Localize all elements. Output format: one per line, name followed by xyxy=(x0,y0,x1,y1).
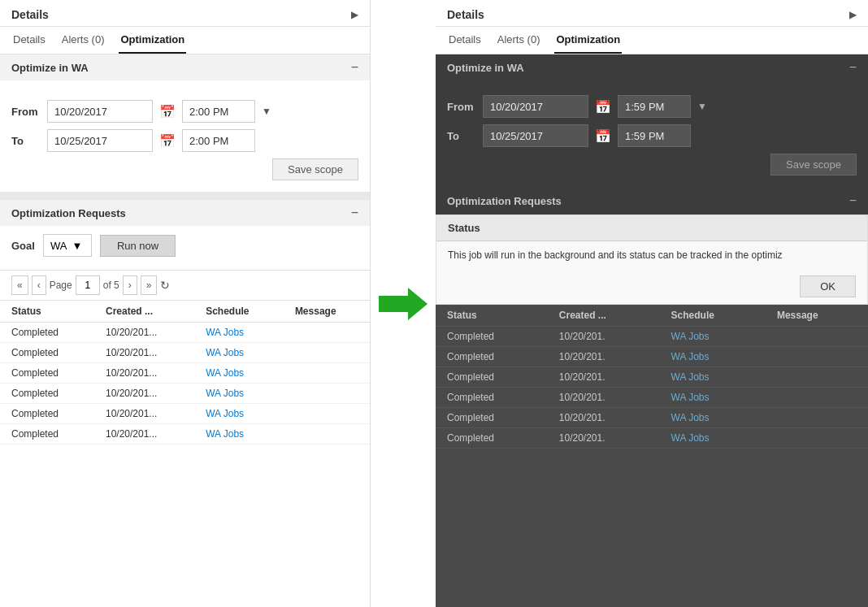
dark-cell-schedule[interactable]: WA Jobs xyxy=(660,327,766,347)
dark-cell-message xyxy=(766,367,868,388)
dark-save-scope-btn[interactable]: Save scope xyxy=(770,154,857,176)
tab-alerts-left[interactable]: Alerts (0) xyxy=(60,27,106,54)
cell-message xyxy=(284,343,370,363)
cell-schedule[interactable]: WA Jobs xyxy=(194,363,284,384)
cell-message xyxy=(284,404,370,424)
refresh-icon-left[interactable]: ↻ xyxy=(160,279,170,292)
cell-created: 10/20/201... xyxy=(94,384,194,404)
left-tabs: Details Alerts (0) Optimization xyxy=(0,27,370,54)
table-row: Completed 10/20/201... WA Jobs xyxy=(0,424,370,444)
table-row: Completed 10/20/201... WA Jobs xyxy=(0,343,370,363)
dark-cell-schedule[interactable]: WA Jobs xyxy=(660,428,766,449)
dark-optimize-collapse[interactable]: − xyxy=(849,61,857,74)
left-panel-header: Details ▶ xyxy=(0,0,370,27)
dark-table-row: Completed 10/20/201. WA Jobs xyxy=(436,347,868,367)
optimize-content-left: From 📅 ▼ To 📅 Save scope xyxy=(0,80,370,192)
dark-cell-status: Completed xyxy=(436,428,548,449)
table-header-row-left: Status Created ... Schedule Message xyxy=(0,301,370,323)
from-date-input-left[interactable] xyxy=(47,100,153,123)
save-scope-btn-left[interactable]: Save scope xyxy=(272,158,358,180)
dark-table-row: Completed 10/20/201. WA Jobs xyxy=(436,408,868,428)
dark-from-date-input[interactable] xyxy=(483,95,588,118)
dark-optimize-title: Optimize in WA xyxy=(447,62,524,74)
next-page-btn-left[interactable]: › xyxy=(123,275,137,295)
green-arrow xyxy=(379,288,427,320)
tab-optimization-right[interactable]: Optimization xyxy=(554,27,622,54)
dark-cell-created: 10/20/201. xyxy=(548,428,660,449)
cell-message xyxy=(284,323,370,343)
goal-value-left: WA xyxy=(50,240,67,252)
tab-optimization-left[interactable]: Optimization xyxy=(119,27,186,54)
goal-dropdown-left[interactable]: WA ▼ xyxy=(43,234,92,257)
last-page-btn-left[interactable]: » xyxy=(141,275,158,295)
to-calendar-icon-left[interactable]: 📅 xyxy=(159,133,176,149)
optimize-collapse-left[interactable]: − xyxy=(351,61,358,74)
dark-to-calendar-icon[interactable]: 📅 xyxy=(595,128,611,144)
dark-col-message: Message xyxy=(766,305,868,327)
status-dialog: Status This job will run in the backgrou… xyxy=(436,215,868,305)
svg-marker-0 xyxy=(379,288,427,320)
dark-cell-schedule[interactable]: WA Jobs xyxy=(660,367,766,388)
ok-button[interactable]: OK xyxy=(800,275,856,297)
cell-status: Completed xyxy=(0,343,94,363)
dark-cell-schedule[interactable]: WA Jobs xyxy=(660,408,766,428)
dark-optimize-section: Optimize in WA − From 📅 ▼ To 📅 xyxy=(436,54,868,187)
dark-data-table: Status Created ... Schedule Message Comp… xyxy=(436,305,868,449)
optimize-section-header-left: Optimize in WA − xyxy=(0,54,370,80)
right-panel-title: Details xyxy=(447,8,484,21)
col-schedule-left: Schedule xyxy=(194,301,284,323)
from-time-input-left[interactable] xyxy=(182,100,255,123)
status-dialog-body: This job will run in the background and … xyxy=(436,241,867,269)
tab-details-left[interactable]: Details xyxy=(11,27,47,54)
tab-alerts-right[interactable]: Alerts (0) xyxy=(496,27,542,54)
cell-schedule[interactable]: WA Jobs xyxy=(194,323,284,343)
dark-requests-collapse[interactable]: − xyxy=(849,193,857,208)
dark-to-date-input[interactable] xyxy=(483,124,588,147)
dark-from-time-input[interactable] xyxy=(618,95,691,118)
status-dialog-header: Status xyxy=(436,215,867,241)
run-now-btn-left[interactable]: Run now xyxy=(100,235,176,257)
status-dialog-footer: OK xyxy=(436,269,867,304)
left-expand-icon[interactable]: ▶ xyxy=(351,9,358,20)
dark-from-calendar-icon[interactable]: 📅 xyxy=(595,99,611,115)
dark-cell-status: Completed xyxy=(436,388,548,408)
right-expand-icon[interactable]: ▶ xyxy=(849,9,857,20)
prev-page-btn-left[interactable]: ‹ xyxy=(32,275,46,295)
to-time-input-left[interactable] xyxy=(182,129,255,152)
from-time-dropdown-left[interactable]: ▼ xyxy=(262,106,271,117)
first-page-btn-left[interactable]: « xyxy=(11,275,28,295)
table-row: Completed 10/20/201... WA Jobs xyxy=(0,384,370,404)
cell-status: Completed xyxy=(0,404,94,424)
cell-schedule[interactable]: WA Jobs xyxy=(194,424,284,444)
cell-message xyxy=(284,384,370,404)
page-input-left[interactable] xyxy=(76,275,100,295)
cell-status: Completed xyxy=(0,384,94,404)
dark-to-time-input[interactable] xyxy=(618,124,691,147)
right-tabs: Details Alerts (0) Optimization xyxy=(436,27,868,54)
cell-status: Completed xyxy=(0,363,94,384)
tab-details-right[interactable]: Details xyxy=(447,27,483,54)
dark-cell-created: 10/20/201. xyxy=(548,327,660,347)
dark-optimize-header: Optimize in WA − xyxy=(436,54,868,80)
from-calendar-icon-left[interactable]: 📅 xyxy=(159,104,176,119)
cell-created: 10/20/201... xyxy=(94,424,194,444)
cell-created: 10/20/201... xyxy=(94,363,194,384)
dark-from-time-dropdown[interactable]: ▼ xyxy=(697,101,707,112)
cell-status: Completed xyxy=(0,424,94,444)
dark-cell-schedule[interactable]: WA Jobs xyxy=(660,388,766,408)
requests-title-left: Optimization Requests xyxy=(11,207,126,219)
dark-table-body: Completed 10/20/201. WA Jobs Completed 1… xyxy=(436,327,868,449)
cell-schedule[interactable]: WA Jobs xyxy=(194,384,284,404)
dark-cell-status: Completed xyxy=(436,408,548,428)
cell-message xyxy=(284,424,370,444)
requests-collapse-left[interactable]: − xyxy=(351,206,358,219)
dark-cell-schedule[interactable]: WA Jobs xyxy=(660,347,766,367)
cell-schedule[interactable]: WA Jobs xyxy=(194,343,284,363)
dark-cell-created: 10/20/201. xyxy=(548,347,660,367)
data-table-left: Status Created ... Schedule Message Comp… xyxy=(0,301,370,444)
cell-schedule[interactable]: WA Jobs xyxy=(194,404,284,424)
goal-dropdown-arrow-left: ▼ xyxy=(72,240,82,252)
to-date-input-left[interactable] xyxy=(47,129,153,152)
dark-table-header-row: Status Created ... Schedule Message xyxy=(436,305,868,327)
col-created-left: Created ... xyxy=(94,301,194,323)
